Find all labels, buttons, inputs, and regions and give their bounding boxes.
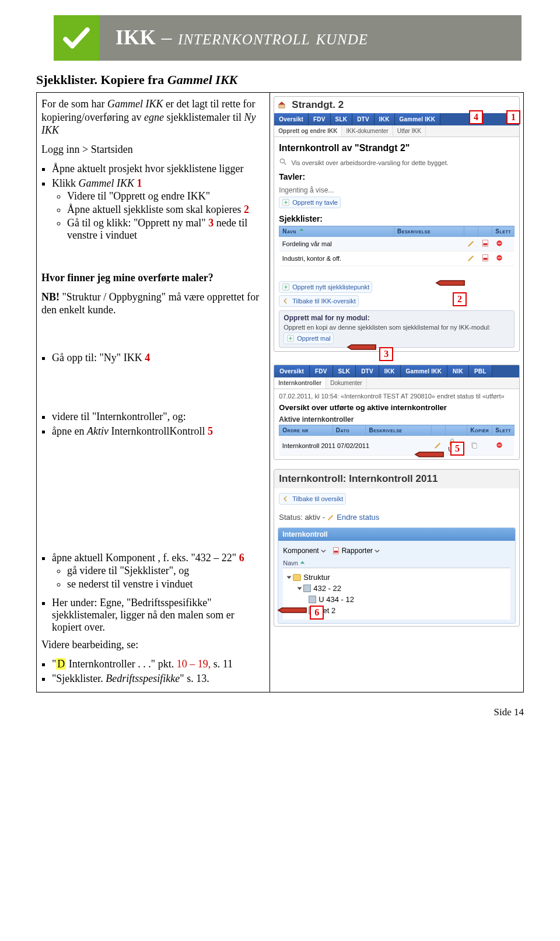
- tab-slk[interactable]: SLK: [331, 113, 353, 125]
- pdf-icon[interactable]: [478, 251, 492, 266]
- back-icon: [282, 495, 290, 503]
- component-icon: [303, 585, 311, 592]
- row-fordeling[interactable]: Fordeling vår mal: [279, 237, 394, 251]
- tree-item-u434[interactable]: U 434 - 12: [288, 594, 506, 605]
- sec-sjekklister: Sjekklister:: [279, 214, 514, 223]
- sort-asc-icon: [300, 560, 305, 565]
- back-to-overview-button[interactable]: Tilbake til oversikt: [279, 493, 346, 505]
- tab-dtv[interactable]: DTV: [352, 113, 374, 125]
- th-ordre[interactable]: Ordre nr: [279, 425, 333, 436]
- step-ny-ikk: Gå opp til: "Ny" IKK 4: [52, 351, 262, 365]
- th-beskrivelse[interactable]: Beskrivelse: [366, 425, 431, 436]
- two-column-layout: For de som har Gammel IKK er det lagt ti…: [36, 92, 524, 692]
- opprett-mal-box: Opprett mal for ny modul: Opprett en kop…: [279, 310, 514, 348]
- dropdown-icon: [374, 548, 380, 554]
- th-navn[interactable]: Navn: [279, 226, 394, 237]
- screenshot-3: Internkontroll: Internkontroll 2011 Tilb…: [274, 469, 520, 627]
- change-status-link[interactable]: Endre status: [327, 513, 380, 522]
- magnifier-icon: [279, 158, 287, 166]
- nb-note: NB! "Struktur / Oppbygning" må være oppr…: [41, 291, 262, 317]
- pdf-icon[interactable]: [478, 237, 492, 251]
- col-navn[interactable]: Navn: [283, 558, 510, 568]
- screenshot-1: Strandgt. 2 Oversikt FDV SLK DTV IKK Gam…: [274, 96, 520, 352]
- sjekklister-table: Navn Beskrivelse Slett Fordeling vår mal: [279, 226, 514, 266]
- aktive-table: Ordre nr Dato Beskrivelse Kopiér Slett I…: [279, 425, 514, 456]
- tab-oversikt[interactable]: Oversikt: [274, 113, 309, 125]
- rapporter-dropdown[interactable]: Rapporter: [332, 547, 380, 555]
- folder-icon: [293, 574, 301, 581]
- row-ik2011[interactable]: Internkontroll 2011 07/02/2011: [279, 436, 431, 456]
- copy-icon[interactable]: [467, 436, 492, 456]
- step-internkontroller: videre til "Internkontroller", og:: [52, 410, 262, 424]
- status-row: Status: aktiv - Endre status: [274, 509, 519, 525]
- delete-icon[interactable]: [492, 237, 514, 251]
- sidebar-heading: Internkontroll: [278, 528, 515, 541]
- expand-icon[interactable]: [287, 576, 292, 579]
- sort-icon: [299, 229, 304, 233]
- subtab-dokumenter[interactable]: IKK-dokumenter: [342, 125, 393, 137]
- ref-1: "D Internkontroller . . ." pkt. 10 – 19,…: [52, 657, 262, 671]
- substep-opprett: Videre til "Opprett og endre IKK": [67, 190, 262, 203]
- th-dato[interactable]: Dato: [332, 425, 366, 436]
- new-sjekkpunkt-button[interactable]: Opprett nytt sjekklistepunkt: [279, 281, 372, 293]
- svg-rect-8: [483, 258, 487, 260]
- callout-4: 4: [469, 110, 483, 124]
- tab-gammel-ikk[interactable]: Gammel IKK: [401, 365, 447, 377]
- add-icon: [282, 198, 290, 207]
- delete-icon[interactable]: [492, 251, 514, 266]
- callout-1: 1: [506, 110, 520, 124]
- th-kopier: Kopiér: [467, 425, 492, 436]
- pdf-icon: [332, 547, 340, 555]
- subtab-opprett[interactable]: Opprett og endre IKK: [274, 125, 342, 137]
- th-beskrivelse[interactable]: Beskrivelse: [394, 226, 464, 237]
- expand-icon[interactable]: [298, 587, 302, 590]
- banner-checkmark-badge: [54, 15, 99, 61]
- tab-oversikt[interactable]: Oversikt: [274, 365, 310, 377]
- row-industri[interactable]: Industri, kontor & off.: [279, 251, 394, 266]
- instructions-column: For de som har Gammel IKK er det lagt ti…: [37, 93, 270, 692]
- svg-rect-14: [473, 443, 476, 448]
- overview-note[interactable]: Vis oversikt over arbeidsordre-varsling …: [279, 157, 514, 166]
- tab-slk[interactable]: SLK: [333, 365, 356, 377]
- question-heading: Hvor finner jeg mine overførte maler?: [41, 271, 262, 285]
- subtab-internkontroller[interactable]: Internkontroller: [274, 377, 326, 389]
- edit-icon[interactable]: [464, 251, 478, 266]
- tab-fdv[interactable]: FDV: [310, 365, 333, 377]
- komponent-dropdown[interactable]: Komponent: [283, 547, 326, 555]
- tab-ikk[interactable]: IKK: [379, 365, 401, 377]
- add-icon: [282, 283, 290, 291]
- tab-nik[interactable]: NIK: [447, 365, 469, 377]
- tab-dtv[interactable]: DTV: [356, 365, 379, 377]
- tavler-empty: Ingenting å vise...: [279, 184, 514, 197]
- dropdown-icon: [321, 548, 326, 554]
- step-result: Her under: Egne, "Bedriftsspesifikke" sj…: [52, 596, 262, 635]
- aktive-heading: Aktive internkontroller: [279, 415, 514, 424]
- th-slett: Slett: [492, 226, 514, 237]
- further-heading: Videre bearbeiding, se:: [41, 638, 262, 652]
- screenshot-column: Strandgt. 2 Oversikt FDV SLK DTV IKK Gam…: [270, 93, 523, 692]
- tree-root[interactable]: Struktur: [288, 572, 506, 583]
- svg-rect-16: [498, 445, 501, 445]
- tab-ikk[interactable]: IKK: [374, 113, 395, 125]
- callout-3: 3: [379, 347, 393, 361]
- subtab-utfor[interactable]: Utfør IKK: [393, 125, 426, 137]
- svg-line-1: [284, 163, 286, 165]
- tab-fdv[interactable]: FDV: [309, 113, 331, 125]
- svg-rect-6: [498, 243, 501, 243]
- tree-item-432[interactable]: 432 - 22: [288, 583, 506, 594]
- status-line: 07.02.2011, kl 10:54: «Internkontroll TE…: [279, 393, 514, 400]
- back-button[interactable]: Tilbake til IKK-oversikt: [279, 295, 358, 307]
- step-list: Åpne aktuelt prosjekt hvor sjekklistene …: [52, 162, 262, 243]
- delete-icon[interactable]: [492, 436, 514, 456]
- subtab-dokumenter[interactable]: Dokumenter: [326, 377, 366, 389]
- login-step: Logg inn > Startsiden: [41, 143, 262, 156]
- opprett-mal-button[interactable]: Opprett mal: [284, 333, 333, 344]
- new-tavle-button[interactable]: Opprett ny tavle: [279, 197, 341, 208]
- step-open-project: Åpne aktuelt prosjekt hvor sjekklistene …: [52, 162, 262, 176]
- sec-tavler: Tavler:: [279, 172, 514, 181]
- tab-gammel-ikk[interactable]: Gammel IKK: [395, 113, 440, 125]
- callout-6: 6: [310, 606, 324, 620]
- th-slett: Slett: [492, 425, 514, 436]
- tab-pbl[interactable]: PBL: [469, 365, 492, 377]
- edit-icon[interactable]: [464, 237, 478, 251]
